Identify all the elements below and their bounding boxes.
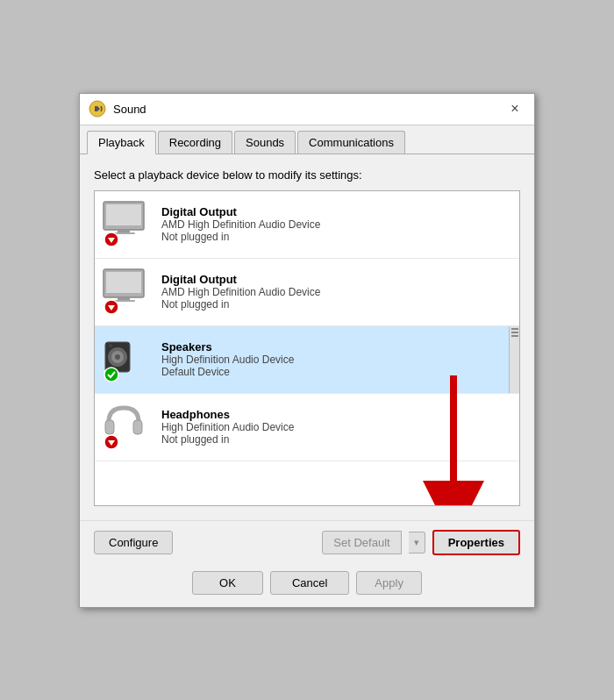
device-desc-4: High Definition Audio Device bbox=[161, 421, 512, 433]
device-desc-2: AMD High Definition Audio Device bbox=[161, 286, 512, 298]
tab-content: Select a playback device below to modify… bbox=[80, 154, 534, 520]
device-item-headphones[interactable]: Headphones High Definition Audio Device … bbox=[95, 394, 519, 461]
title-bar-left: Sound bbox=[89, 100, 146, 118]
svg-rect-20 bbox=[105, 420, 114, 434]
monitor-icon-2 bbox=[102, 268, 146, 303]
svg-point-19 bbox=[104, 368, 118, 382]
scroll-line-3 bbox=[511, 335, 518, 337]
device-name-4: Headphones bbox=[161, 408, 512, 421]
device-info-3: Speakers High Definition Audio Device De… bbox=[161, 340, 512, 378]
tab-recording[interactable]: Recording bbox=[158, 131, 232, 154]
configure-button[interactable]: Configure bbox=[94, 531, 173, 554]
title-bar: Sound × bbox=[80, 94, 534, 125]
svg-rect-10 bbox=[118, 297, 130, 300]
ok-cancel-row: OK Cancel Apply bbox=[80, 564, 534, 607]
scroll-line-2 bbox=[511, 332, 518, 333]
green-check-badge bbox=[104, 367, 119, 382]
device-status-4: Not plugged in bbox=[161, 433, 512, 446]
device-item-digital-output-2[interactable]: Digital Output AMD High Definition Audio… bbox=[95, 259, 519, 326]
svg-rect-21 bbox=[133, 420, 142, 434]
tab-playback[interactable]: Playback bbox=[87, 131, 156, 154]
instructions-text: Select a playback device below to modify… bbox=[94, 168, 520, 182]
device-desc-3: High Definition Audio Device bbox=[161, 354, 512, 366]
sound-icon bbox=[89, 100, 106, 118]
red-down-badge-4 bbox=[104, 434, 119, 450]
device-info-4: Headphones High Definition Audio Device … bbox=[161, 408, 512, 446]
device-icon-wrap-2 bbox=[102, 268, 151, 317]
device-icon-wrap-3 bbox=[102, 335, 151, 384]
device-item-speakers[interactable]: Speakers High Definition Audio Device De… bbox=[95, 326, 519, 394]
close-button[interactable]: × bbox=[504, 98, 525, 119]
red-down-badge-1 bbox=[104, 232, 119, 247]
device-desc-1: AMD High Definition Audio Device bbox=[161, 218, 512, 231]
svg-marker-25 bbox=[423, 481, 484, 506]
apply-button[interactable]: Apply bbox=[356, 571, 422, 595]
device-info-2: Digital Output AMD High Definition Audio… bbox=[161, 273, 512, 311]
device-status-2: Not plugged in bbox=[161, 298, 512, 311]
device-name-3: Speakers bbox=[161, 340, 512, 354]
device-list: Digital Output AMD High Definition Audio… bbox=[94, 190, 520, 506]
dialog-title: Sound bbox=[113, 103, 146, 116]
device-name-2: Digital Output bbox=[161, 273, 512, 286]
svg-rect-4 bbox=[118, 230, 130, 232]
device-item-digital-output-1[interactable]: Digital Output AMD High Definition Audio… bbox=[95, 191, 519, 259]
sound-dialog: Sound × Playback Recording Sounds Commun… bbox=[79, 93, 535, 608]
set-default-dropdown-button[interactable]: ▾ bbox=[409, 532, 425, 554]
svg-point-17 bbox=[115, 354, 120, 360]
bottom-buttons-row: Configure Set Default ▾ Properties bbox=[80, 520, 534, 564]
scroll-line-1 bbox=[511, 328, 518, 330]
scrollbar[interactable] bbox=[509, 326, 519, 393]
svg-rect-9 bbox=[106, 272, 141, 293]
tab-communications[interactable]: Communications bbox=[297, 131, 405, 154]
device-info-1: Digital Output AMD High Definition Audio… bbox=[161, 205, 512, 243]
cancel-button[interactable]: Cancel bbox=[270, 571, 349, 595]
device-icon-wrap-4 bbox=[102, 403, 151, 452]
device-status-1: Not plugged in bbox=[161, 231, 512, 243]
device-status-3: Default Device bbox=[161, 366, 512, 378]
device-icon-wrap-1 bbox=[102, 200, 151, 249]
properties-button[interactable]: Properties bbox=[432, 530, 520, 555]
ok-button[interactable]: OK bbox=[192, 571, 263, 595]
tabs-container: Playback Recording Sounds Communications bbox=[80, 125, 534, 154]
svg-point-18 bbox=[109, 344, 112, 347]
set-default-button[interactable]: Set Default bbox=[322, 531, 401, 554]
tab-sounds[interactable]: Sounds bbox=[234, 131, 296, 154]
svg-rect-3 bbox=[106, 204, 141, 225]
device-name-1: Digital Output bbox=[161, 205, 512, 218]
red-down-badge-2 bbox=[104, 299, 119, 315]
monitor-icon-1 bbox=[102, 200, 146, 235]
